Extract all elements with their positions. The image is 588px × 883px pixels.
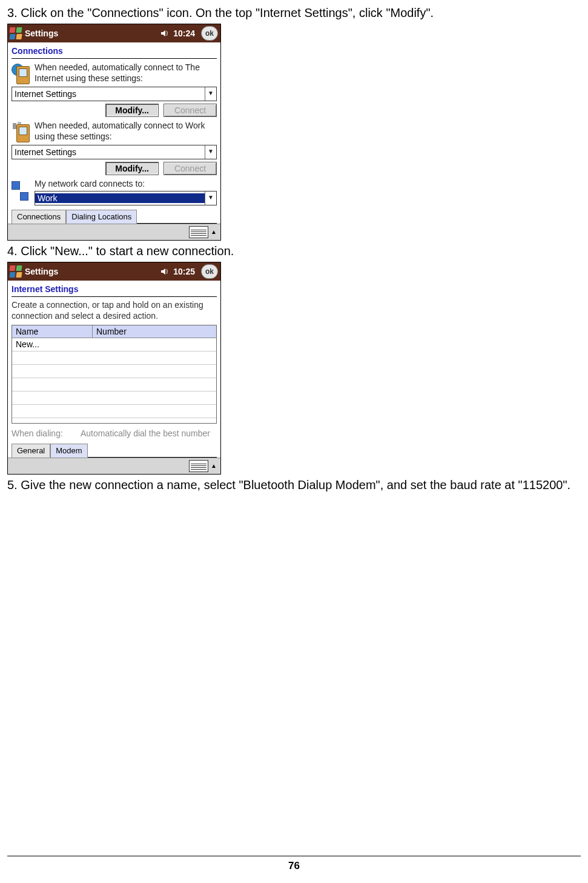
chevron-up-icon[interactable]: ▲ [211, 462, 217, 469]
modify-button[interactable]: Modify... [105, 104, 159, 117]
work-settings-dropdown[interactable]: Internet Settings ▼ [12, 145, 217, 159]
when-dialing-value: Automatically dial the best number [81, 428, 210, 438]
ok-button[interactable]: ok [201, 26, 218, 41]
column-number[interactable]: Number [93, 325, 216, 338]
column-name[interactable]: Name [12, 325, 93, 338]
taskbar: ▲ [8, 458, 220, 474]
footer-rule [7, 856, 581, 856]
when-dialing-label: When dialing: [12, 428, 78, 438]
section-title: Internet Settings [12, 283, 217, 297]
step-4-text: 4. Click "New..." to start a new connect… [7, 243, 581, 259]
step-3-text: 3. Click on the "Connections" icon. On t… [7, 5, 581, 21]
page-number: 76 [0, 860, 588, 872]
title-bar: Settings 10:25 ok [8, 262, 220, 281]
start-icon[interactable] [9, 265, 22, 278]
chevron-down-icon: ▼ [205, 192, 216, 205]
internet-icon [12, 62, 31, 84]
internet-settings-dropdown[interactable]: Internet Settings ▼ [12, 87, 217, 101]
network-card-dropdown[interactable]: Work ▼ [35, 191, 217, 205]
tab-bar: General Modem [12, 443, 217, 458]
taskbar: ▲ [8, 224, 220, 240]
internet-text: When needed, automatically connect to Th… [35, 62, 217, 84]
connections-table: Name Number New... [12, 325, 217, 424]
window-title: Settings [25, 267, 157, 276]
tab-dialing-locations[interactable]: Dialing Locations [66, 210, 137, 224]
network-card-icon [12, 179, 31, 201]
work-icon [12, 121, 31, 142]
connect-button[interactable]: Connect [164, 104, 217, 117]
ok-button[interactable]: ok [201, 264, 218, 279]
work-text: When needed, automatically connect to Wo… [35, 121, 217, 142]
window-title: Settings [25, 28, 157, 38]
volume-icon[interactable] [160, 28, 170, 38]
chevron-up-icon[interactable]: ▲ [211, 228, 217, 235]
modify-button[interactable]: Modify... [105, 162, 159, 175]
network-card-text: My network card connects to: [35, 179, 217, 190]
tab-connections[interactable]: Connections [12, 210, 66, 224]
chevron-down-icon: ▼ [205, 87, 216, 101]
start-icon[interactable] [9, 27, 22, 40]
section-title: Connections [12, 45, 217, 59]
step-5-text: 5. Give the new connection a name, selec… [7, 477, 581, 493]
keyboard-icon[interactable] [189, 226, 208, 238]
table-row[interactable]: New... [12, 338, 216, 350]
volume-icon[interactable] [160, 267, 170, 276]
helper-text: Create a connection, or tap and hold on … [12, 297, 217, 325]
chevron-down-icon: ▼ [205, 145, 216, 159]
clock: 10:24 [173, 28, 195, 38]
keyboard-icon[interactable] [189, 460, 208, 472]
title-bar: Settings 10:24 ok [8, 24, 220, 42]
pda-screenshot-2: Settings 10:25 ok Internet Settings Crea… [7, 262, 221, 475]
connect-button[interactable]: Connect [164, 162, 217, 175]
pda-screenshot-1: Settings 10:24 ok Connections When neede… [7, 24, 221, 241]
tab-modem[interactable]: Modem [50, 444, 87, 458]
tab-bar: Connections Dialing Locations [12, 209, 217, 224]
clock: 10:25 [173, 267, 195, 276]
tab-general[interactable]: General [12, 444, 50, 458]
